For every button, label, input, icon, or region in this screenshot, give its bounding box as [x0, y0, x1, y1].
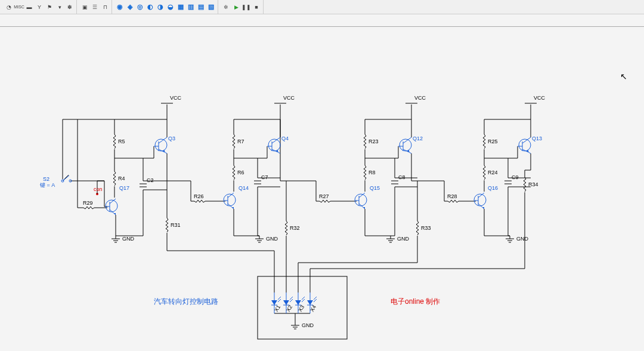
sim-icon-1[interactable]: ◉	[116, 3, 124, 11]
misc-icon[interactable]: MISC	[15, 3, 23, 11]
svg-line-81	[359, 204, 365, 209]
svg-text:R6: R6	[237, 170, 244, 176]
q15: Q15	[355, 185, 380, 209]
svg-text:R27: R27	[319, 193, 329, 199]
led-block: X1 X2 X3 X4	[258, 276, 347, 339]
svg-text:R26: R26	[194, 193, 204, 199]
r27: R27	[319, 193, 330, 202]
sim-icon-9[interactable]: ▤	[197, 3, 205, 11]
toolbar: ◔ MISC ▬ Y ⚑ ▾ ✽ ▣ ☰ ⊓ ◉ ◈ ◎ ◐ ◑ ◒ ▦ ▥ ▤…	[0, 0, 644, 14]
pause-icon[interactable]: ❚❚	[242, 3, 250, 11]
tb-group-4: ✲ ▶ ❚❚ ■	[219, 0, 264, 14]
vcc-2: VCC	[274, 95, 295, 103]
tb-group-1: ◔ MISC ▬ Y ⚑ ▾ ✽	[2, 0, 77, 14]
gnd-1: GND	[112, 236, 135, 242]
svg-line-44	[159, 137, 167, 143]
vcc-4: VCC	[525, 95, 546, 103]
q17: Q17	[106, 185, 129, 215]
title-right: 电子online 制作	[391, 297, 440, 306]
svg-text:Q17: Q17	[119, 185, 129, 191]
r33: R33	[416, 221, 431, 235]
svg-text:VCC: VCC	[283, 95, 295, 101]
sim-icon-7[interactable]: ▦	[177, 3, 185, 11]
title-left: 汽车转向灯控制电路	[154, 297, 218, 306]
flag-icon[interactable]: ⚑	[45, 3, 54, 11]
q12: Q12	[398, 136, 423, 153]
svg-text:Q14: Q14	[239, 185, 249, 191]
svg-point-53	[400, 139, 411, 151]
bug-icon[interactable]: ✽	[66, 3, 74, 11]
probe-icon[interactable]: ▾	[55, 3, 64, 11]
sim-icon-3[interactable]: ◎	[136, 3, 144, 11]
r31: R31	[166, 218, 181, 232]
con-probe: con	[94, 181, 104, 195]
svg-text:Q4: Q4	[281, 136, 289, 141]
sim-icon-5[interactable]: ◑	[156, 3, 165, 11]
stop-icon[interactable]: ■	[252, 3, 261, 11]
gnd-2: GND	[255, 236, 278, 242]
svg-text:C7: C7	[261, 174, 268, 180]
r29: R29	[83, 200, 94, 209]
svg-text:GND: GND	[397, 236, 410, 242]
svg-line-56	[403, 137, 411, 143]
sim-icon-10[interactable]: ▧	[207, 3, 215, 11]
svg-point-47	[268, 139, 280, 151]
r5: R5	[113, 134, 125, 149]
r6: R6	[233, 165, 244, 180]
svg-line-87	[478, 204, 484, 209]
sim-icon-6[interactable]: ◒	[166, 3, 175, 11]
switch-s2: S2 键 = A	[39, 176, 72, 188]
antenna-icon[interactable]: Y	[35, 3, 44, 11]
svg-text:C9: C9	[512, 174, 519, 180]
svg-line-51	[272, 149, 280, 153]
sim-icon-2[interactable]: ◈	[126, 3, 134, 11]
svg-text:R32: R32	[290, 225, 300, 231]
q4: Q4	[267, 136, 289, 153]
svg-text:VCC: VCC	[414, 95, 426, 101]
r4: R4	[113, 171, 125, 186]
svg-line-69	[110, 210, 116, 215]
gnd-nodes: GND GND GND GND GND	[112, 236, 529, 329]
svg-text:con: con	[94, 186, 103, 192]
sim-icon-8[interactable]: ▥	[187, 3, 195, 11]
led-4: X4	[307, 292, 317, 313]
svg-line-63	[522, 149, 531, 153]
svg-text:Q12: Q12	[413, 136, 423, 141]
pin-icon[interactable]: ⊓	[101, 3, 109, 11]
gauge-icon[interactable]: ◔	[5, 3, 13, 11]
play-icon[interactable]: ▶	[232, 3, 240, 11]
schematic-canvas[interactable]: VCC VCC VCC VCC GND GND GND GND GND R5 R…	[0, 27, 644, 351]
r24: R24	[483, 165, 498, 180]
sim-icon-4[interactable]: ◐	[146, 3, 154, 11]
c8: C8	[391, 174, 405, 184]
svg-line-75	[228, 204, 234, 209]
svg-text:R29: R29	[83, 200, 93, 206]
led-3: X3	[295, 292, 305, 313]
svg-text:Q3: Q3	[168, 136, 175, 141]
svg-text:Q16: Q16	[488, 185, 498, 191]
svg-text:GND: GND	[266, 236, 278, 242]
q3: Q3	[154, 136, 175, 153]
tb-group-3: ◉ ◈ ◎ ◐ ◑ ◒ ▦ ▥ ▤ ▧	[113, 0, 218, 14]
svg-text:GND: GND	[302, 322, 314, 328]
vcc-1: VCC	[161, 95, 182, 103]
q13: Q13	[518, 136, 542, 153]
svg-text:C2: C2	[147, 177, 154, 183]
comp1-icon[interactable]: ▣	[80, 3, 89, 11]
svg-text:键 = A: 键 = A	[39, 182, 55, 188]
comp2-icon[interactable]: ☰	[91, 3, 99, 11]
led-2: X2	[283, 292, 293, 313]
r32: R32	[285, 221, 300, 235]
svg-line-45	[159, 149, 167, 153]
svg-line-62	[522, 137, 531, 143]
gear-icon[interactable]: ✲	[222, 3, 230, 11]
rect-icon[interactable]: ▬	[25, 3, 33, 11]
r28: R28	[447, 193, 459, 202]
wires	[63, 104, 531, 322]
svg-line-50	[272, 137, 280, 143]
cursor-icon: ↖	[620, 72, 627, 81]
svg-text:R23: R23	[369, 138, 379, 144]
svg-text:GND: GND	[516, 236, 529, 242]
r23: R23	[364, 134, 379, 149]
r26: R26	[194, 193, 205, 202]
